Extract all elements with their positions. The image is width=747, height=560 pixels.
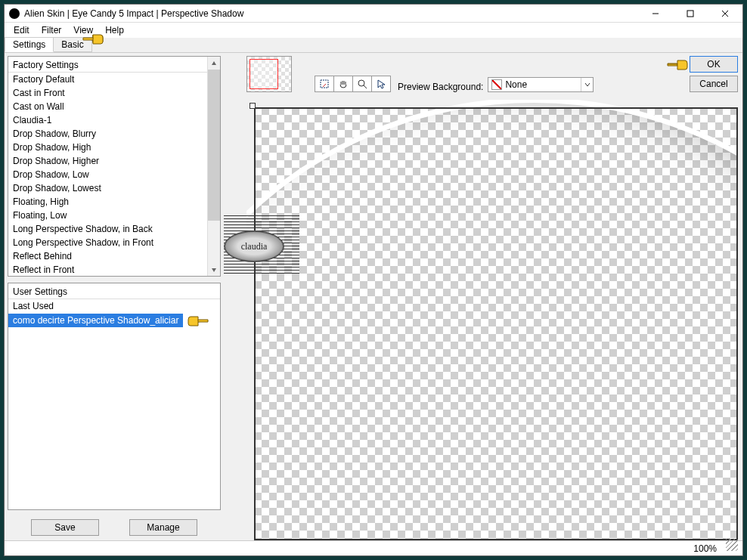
left-panel: Factory Settings Factory Default Cast in… [5,53,224,540]
svg-point-6 [358,80,364,86]
list-item[interactable]: Last Used [8,299,220,313]
pointer-annotation-icon [667,57,688,72]
user-settings-header: User Settings [8,283,220,299]
swatch-none-icon [491,79,502,90]
svg-rect-5 [321,80,328,88]
preview-thumbnail[interactable] [246,56,292,92]
menubar: Edit Filter View Help [5,23,742,38]
statusbar: 100% [5,540,742,555]
tool-zoom-icon[interactable] [352,76,372,92]
close-button[interactable] [708,5,742,22]
list-item[interactable]: Reflect Behind [8,249,207,263]
zoom-level: 100% [693,543,717,554]
list-item[interactable]: Drop Shadow, Higher [8,154,207,168]
chevron-down-icon[interactable] [581,78,593,91]
scrollbar[interactable] [207,57,220,276]
tabstrip: Settings Basic [5,38,742,53]
minimize-button[interactable] [638,5,673,22]
factory-settings-list[interactable]: Factory Settings Factory Default Cast in… [8,56,221,277]
list-item[interactable]: Reflect in Front [8,263,207,276]
list-item[interactable]: Long Perspective Shadow, in Front [8,236,207,249]
save-button[interactable]: Save [31,519,99,536]
app-icon [9,8,20,19]
list-item[interactable]: Drop Shadow, Lowest [8,181,207,195]
preview-bg-label: Preview Background: [398,82,483,92]
list-item[interactable]: Floating, High [8,195,207,209]
menu-edit[interactable]: Edit [8,23,36,37]
resize-grip-icon[interactable] [726,539,738,551]
list-item[interactable]: Claudia-1 [8,113,207,127]
scroll-down-icon[interactable] [208,263,220,276]
maximize-button[interactable] [673,5,708,22]
preview-canvas[interactable] [246,100,738,540]
pointer-annotation-icon [82,31,104,46]
list-item[interactable]: Drop Shadow, Low [8,168,207,181]
factory-settings-header: Factory Settings [8,57,207,73]
list-item[interactable]: Cast in Front [8,86,207,100]
pointer-annotation-icon [188,313,209,328]
list-item-selected[interactable]: como decirte Perspective Shadow_aliciar [8,314,183,327]
preview-bg-value: None [505,79,581,90]
svg-rect-1 [687,11,693,17]
tool-pointer-icon[interactable] [371,76,391,92]
preview-bg-dropdown[interactable]: None [488,77,594,92]
scroll-thumb[interactable] [208,70,220,221]
window-title: Alien Skin | Eye Candy 5 Impact | Perspe… [24,8,243,19]
right-panel: Preview Background: None OK [224,53,742,540]
ok-button[interactable]: OK [690,56,738,73]
scroll-up-icon[interactable] [208,57,220,70]
menu-filter[interactable]: Filter [36,23,68,37]
list-item[interactable]: Cast on Wall [8,100,207,113]
list-item[interactable]: Floating, Low [8,209,207,222]
list-item[interactable]: Factory Default [8,73,207,86]
manage-button[interactable]: Manage [129,519,197,536]
resize-handle-icon[interactable] [250,103,256,109]
tool-marquee-icon[interactable] [315,76,334,92]
svg-line-7 [364,85,367,88]
tab-settings[interactable]: Settings [5,37,54,52]
settings-buttons: Save Manage [8,515,221,540]
menu-help[interactable]: Help [99,23,130,37]
list-item[interactable]: Long Perspective Shadow, in Back [8,222,207,236]
tool-hand-icon[interactable] [333,76,353,92]
cancel-button[interactable]: Cancel [690,76,738,92]
list-item[interactable]: Drop Shadow, High [8,141,207,154]
titlebar: Alien Skin | Eye Candy 5 Impact | Perspe… [5,5,742,23]
user-settings-list[interactable]: User Settings Last Used como decirte Per… [8,283,221,510]
list-item[interactable]: Drop Shadow, Blurry [8,127,207,141]
